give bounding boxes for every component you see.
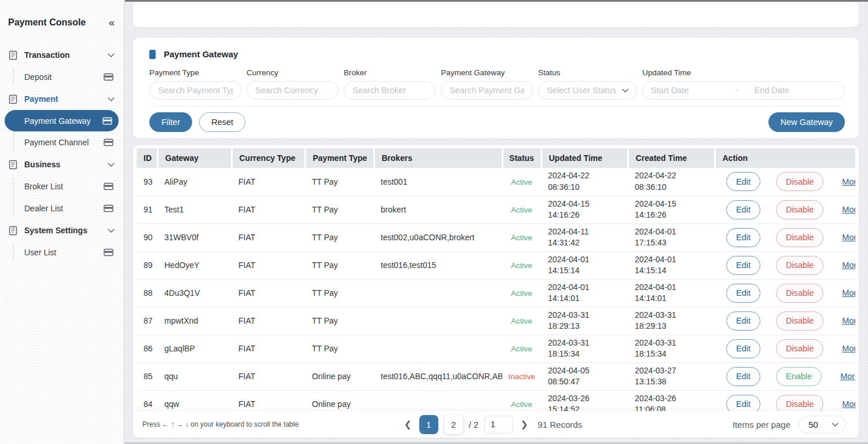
sidebar-item-deposit[interactable]: Deposit: [0, 66, 124, 88]
cell-created-time: 2024-04-15 14:16:26: [628, 196, 715, 223]
toggle-status-button[interactable]: Enable: [776, 367, 822, 386]
status-select[interactable]: Select User Status: [538, 81, 637, 100]
table-row: 91 Test1 FIAT TT Pay brokert Active 2024…: [137, 196, 855, 223]
cell-currency-type: FIAT: [231, 251, 305, 279]
page-button-2[interactable]: 2: [444, 415, 463, 434]
updated-date-line: 2024-04-11: [548, 226, 626, 238]
reset-button[interactable]: Reset: [199, 112, 245, 132]
created-date-line: 2024-04-01: [635, 254, 712, 266]
toggle-status-button[interactable]: Disable: [776, 284, 823, 303]
payment-gateway-label: Payment Gateway: [441, 68, 533, 77]
sidebar-group-payment[interactable]: Payment: [0, 88, 124, 110]
sidebar-item-dealer-list[interactable]: Dealer List: [0, 197, 124, 219]
more-link[interactable]: More: [840, 372, 855, 381]
more-link[interactable]: More: [842, 316, 855, 325]
payment-gateway-input[interactable]: [441, 81, 533, 100]
credit-card-icon: [104, 204, 113, 212]
prev-page-icon[interactable]: ❮︎: [403, 419, 414, 430]
sidebar-item-payment-gateway[interactable]: Payment Gateway: [5, 110, 119, 131]
created-date-line: 2024-03-27: [635, 365, 712, 377]
cell-created-time: 2024-04-01 14:14:01: [628, 279, 715, 307]
cell-brokers: test002,u0aCONR,brokert: [374, 223, 502, 251]
updated-time-line: 18:15:34: [548, 348, 626, 360]
new-gateway-button[interactable]: New Gateway: [768, 112, 845, 132]
gateway-table: ID Gateway Currency Type Payment Type Br…: [137, 148, 855, 411]
sidebar-item-payment-channel[interactable]: Payment Channel: [0, 131, 124, 153]
edit-button[interactable]: Edit: [726, 311, 760, 331]
more-link[interactable]: More: [842, 260, 855, 270]
more-link[interactable]: More: [842, 344, 855, 353]
cell-payment-type: TT Pay: [305, 279, 374, 307]
created-date-line: 2024-03-31: [635, 337, 712, 349]
sidebar-item-user-list[interactable]: User List: [0, 241, 124, 263]
more-link[interactable]: More: [842, 233, 855, 242]
more-link[interactable]: More: [842, 177, 855, 186]
currency-input[interactable]: [247, 81, 339, 100]
credit-card-icon: [104, 248, 113, 256]
chevron-down-icon: [108, 97, 115, 101]
edit-button[interactable]: Edit: [726, 339, 760, 358]
edit-button[interactable]: Edit: [726, 172, 760, 191]
cell-id: 87: [137, 307, 157, 335]
toggle-status-button[interactable]: Disable: [776, 228, 823, 247]
page-button-1[interactable]: 1: [419, 415, 438, 434]
sidebar-item-label: Dealer List: [24, 204, 104, 213]
sidebar-group-transaction[interactable]: Transaction: [0, 44, 124, 66]
currency-label: Currency: [247, 68, 339, 77]
table-row: 88 4Du3Q1V FIAT TT Pay Active 2024-04-01…: [137, 279, 855, 307]
toggle-status-button[interactable]: Disable: [776, 311, 823, 331]
updated-time-line: 14:14:01: [548, 293, 626, 304]
payment-type-input[interactable]: [149, 81, 241, 100]
updated-time-line: 15:14:52: [548, 404, 626, 411]
edit-button[interactable]: Edit: [726, 284, 760, 303]
table-row: 93 AliPay FIAT TT Pay test001 Active 202…: [137, 168, 855, 196]
edit-button[interactable]: Edit: [726, 367, 760, 386]
top-bar: [133, 1, 859, 27]
chevron-down-icon: [108, 229, 115, 233]
toggle-status-button[interactable]: Disable: [776, 339, 823, 358]
toggle-status-button[interactable]: Disable: [776, 200, 823, 219]
updated-date-line: 2024-03-31: [548, 310, 626, 321]
sidebar-group-business[interactable]: Business: [0, 153, 124, 175]
edit-button[interactable]: Edit: [726, 200, 760, 219]
created-date-line: 2024-04-01: [635, 282, 712, 293]
items-per-page-select[interactable]: 50: [799, 416, 846, 434]
more-link[interactable]: More: [842, 288, 855, 298]
edit-button[interactable]: Edit: [726, 256, 760, 275]
filter-actions: Filter Reset New Gateway: [149, 112, 845, 132]
sidebar-group-system-settings[interactable]: System Settings: [0, 219, 124, 241]
cell-gateway: HedOyeY: [157, 251, 231, 279]
more-link[interactable]: More: [842, 205, 855, 214]
page-jump-input[interactable]: [484, 416, 513, 434]
cell-brokers: test016,ABC,qqq11,u0aCONR,ABF: [374, 362, 502, 390]
toggle-status-button[interactable]: Disable: [776, 172, 823, 191]
updated-date-line: 2024-03-31: [548, 337, 626, 349]
cell-currency-type: FIAT: [231, 335, 305, 362]
cell-payment-type: TT Pay: [305, 223, 374, 251]
table-scroll-area[interactable]: ID Gateway Currency Type Payment Type Br…: [133, 145, 859, 411]
receipt-icon: [8, 160, 18, 170]
edit-button[interactable]: Edit: [726, 228, 760, 247]
sidebar-item-label: Deposit: [24, 72, 104, 82]
status-label: Status: [538, 68, 637, 77]
collapse-sidebar-icon[interactable]: «: [109, 17, 115, 28]
broker-input[interactable]: [344, 81, 436, 100]
sidebar-item-broker-list[interactable]: Broker List: [0, 175, 124, 197]
col-updated-time: Updated Time: [541, 148, 628, 168]
credit-card-icon: [104, 182, 113, 190]
sidebar-item-label: Payment Gateway: [24, 116, 102, 126]
filter-panel: Payment Gateway Payment Type Currency Br…: [133, 38, 859, 138]
created-date-line: 2024-04-15: [635, 199, 712, 210]
filter-button[interactable]: Filter: [149, 112, 192, 132]
start-date-placeholder: Start Date: [651, 86, 733, 95]
next-page-icon[interactable]: ❯︎: [519, 419, 530, 430]
created-date-line: 2024-04-01: [635, 226, 712, 238]
table-row: 85 qqu FIAT Online pay test016,ABC,qqq11…: [137, 362, 855, 390]
edit-button[interactable]: Edit: [726, 395, 760, 412]
more-link[interactable]: More: [842, 399, 855, 409]
updated-time-range-picker[interactable]: Start Date - End Date: [642, 81, 845, 100]
toggle-status-button[interactable]: Disable: [776, 395, 823, 412]
toggle-status-button[interactable]: Disable: [776, 256, 823, 275]
col-action: Action: [715, 148, 855, 168]
cell-updated-time: 2024-04-15 14:16:26: [541, 196, 628, 223]
